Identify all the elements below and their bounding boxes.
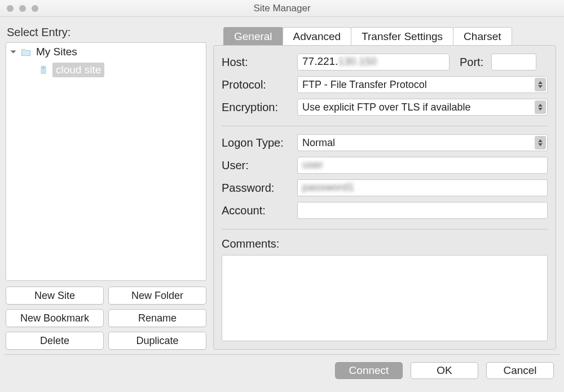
- minimize-traffic-icon[interactable]: [19, 5, 26, 12]
- server-icon: [39, 64, 48, 76]
- comments-label: Comments:: [222, 237, 548, 250]
- select-arrows-icon: [535, 78, 546, 91]
- new-bookmark-button[interactable]: New Bookmark: [6, 309, 104, 327]
- disclosure-triangle-icon[interactable]: [11, 51, 16, 54]
- encryption-select[interactable]: Use explicit FTP over TLS if available: [297, 99, 548, 116]
- window-title: Site Manager: [0, 3, 564, 14]
- rename-button[interactable]: Rename: [108, 309, 206, 327]
- tab-bar: General Advanced Transfer Settings Chars…: [223, 25, 556, 45]
- left-button-grid: New Site New Folder New Bookmark Rename …: [6, 287, 206, 350]
- zoom-traffic-icon[interactable]: [32, 5, 38, 12]
- comments-textarea[interactable]: [222, 255, 548, 341]
- select-arrows-icon: [535, 100, 546, 114]
- general-panel: Host: 77.221.130.150 Port: Protocol: FTP…: [213, 45, 556, 350]
- user-label: User:: [222, 159, 297, 172]
- tab-advanced[interactable]: Advanced: [283, 27, 352, 45]
- protocol-label: Protocol:: [222, 78, 297, 91]
- host-input[interactable]: 77.221.130.150: [297, 54, 450, 71]
- select-arrows-icon: [535, 136, 546, 149]
- account-label: Account:: [222, 204, 297, 217]
- port-label: Port:: [460, 56, 491, 69]
- logon-type-value: Normal: [302, 137, 335, 149]
- traffic-lights: [7, 5, 38, 12]
- right-panel: General Advanced Transfer Settings Chars…: [213, 23, 556, 350]
- password-input[interactable]: password1: [297, 179, 548, 196]
- delete-button[interactable]: Delete: [6, 332, 104, 350]
- account-input[interactable]: [297, 202, 548, 219]
- logon-type-select[interactable]: Normal: [297, 134, 548, 151]
- folder-icon: [20, 46, 32, 58]
- svg-rect-1: [42, 67, 45, 68]
- password-label: Password:: [222, 182, 297, 195]
- cancel-button[interactable]: Cancel: [486, 362, 554, 379]
- left-panel: Select Entry: My Sites cloud site New Si…: [6, 23, 206, 350]
- close-traffic-icon[interactable]: [7, 5, 14, 12]
- tree-item-label: cloud site: [52, 63, 104, 77]
- user-input[interactable]: user: [297, 157, 548, 174]
- port-input[interactable]: [491, 54, 536, 71]
- duplicate-button[interactable]: Duplicate: [108, 332, 206, 350]
- encryption-label: Encryption:: [222, 101, 297, 114]
- tab-charset[interactable]: Charset: [453, 27, 512, 45]
- connect-button[interactable]: Connect: [335, 362, 403, 379]
- divider: [222, 229, 548, 230]
- tab-general[interactable]: General: [223, 27, 283, 45]
- tree-root-my-sites[interactable]: My Sites: [6, 43, 206, 61]
- tree-item-cloud-site[interactable]: cloud site: [6, 61, 206, 79]
- logon-type-label: Logon Type:: [222, 136, 297, 149]
- new-folder-button[interactable]: New Folder: [108, 287, 206, 305]
- dialog-footer: Connect OK Cancel: [5, 354, 559, 386]
- title-bar: Site Manager: [0, 0, 564, 17]
- new-site-button[interactable]: New Site: [6, 287, 104, 305]
- host-label: Host:: [222, 56, 297, 69]
- protocol-select[interactable]: FTP - File Transfer Protocol: [297, 76, 548, 93]
- select-entry-label: Select Entry:: [6, 23, 206, 42]
- tree-root-label: My Sites: [36, 46, 77, 58]
- ok-button[interactable]: OK: [411, 362, 478, 379]
- tab-transfer-settings[interactable]: Transfer Settings: [351, 27, 453, 45]
- divider: [222, 126, 548, 126]
- encryption-value: Use explicit FTP over TLS if available: [302, 102, 470, 113]
- protocol-value: FTP - File Transfer Protocol: [302, 79, 427, 91]
- site-tree[interactable]: My Sites cloud site: [6, 42, 206, 281]
